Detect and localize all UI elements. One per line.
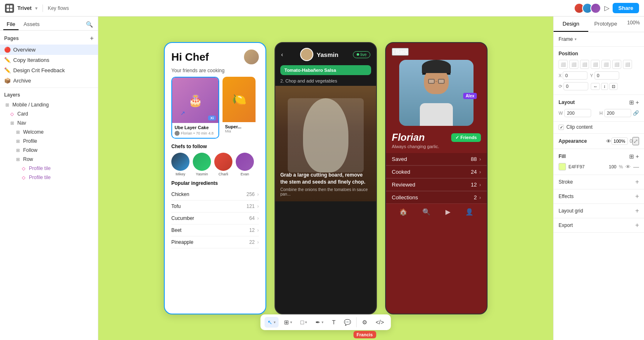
user-nav-icon[interactable]: 👤: [465, 208, 474, 216]
flip-h-button[interactable]: ↔: [591, 83, 600, 90]
chef-2[interactable]: Yasmin: [193, 153, 211, 176]
code-tool-button[interactable]: </>: [373, 317, 387, 328]
align-middle-v-button[interactable]: ⬜: [601, 60, 611, 69]
ingredient-pineapple[interactable]: Pineapple 22 ›: [171, 236, 259, 248]
y-input[interactable]: [594, 71, 619, 80]
chevron-down-icon[interactable]: ▾: [35, 5, 38, 11]
stroke-add-button[interactable]: +: [635, 178, 639, 186]
canvas[interactable]: Hi Chef Your friends are cooking 🎂 Xi ↗: [98, 17, 553, 340]
fill-hex[interactable]: E4FF97: [568, 164, 606, 169]
opacity-field[interactable]: [611, 137, 628, 145]
ingredient-chicken[interactable]: Chicken 256 ›: [171, 189, 259, 201]
stat-collections[interactable]: Collections 2 ›: [386, 191, 487, 203]
chef-avatar-1: [171, 153, 189, 171]
rotation-input[interactable]: [564, 82, 588, 90]
zoom-level[interactable]: 100%: [623, 17, 644, 32]
distribute-h-button[interactable]: ⬜: [623, 60, 632, 69]
tab-prototype[interactable]: Prototype: [588, 17, 623, 32]
fill-swatch[interactable]: [559, 163, 566, 170]
stat-reviewed[interactable]: Reviewed 12 ›: [386, 178, 487, 191]
layout-grid-button[interactable]: ⊞: [629, 99, 634, 106]
align-center-h-button[interactable]: ⬜: [569, 60, 578, 69]
layer-profile-tile-1[interactable]: ◇ Profile tile: [0, 164, 98, 173]
search-nav-icon[interactable]: 🔍: [422, 208, 431, 216]
tab-design[interactable]: Design: [554, 17, 588, 32]
back-button[interactable]: ‹ Back: [392, 48, 409, 56]
fill-add-button[interactable]: +: [636, 153, 639, 160]
text-tool-button[interactable]: T: [329, 317, 339, 328]
fill-opacity[interactable]: 100: [609, 164, 616, 169]
plugin-tool-button[interactable]: ⚙ Francis: [359, 317, 370, 328]
home-nav-icon[interactable]: 🏠: [399, 208, 407, 216]
frame-dropdown[interactable]: Frame ▾: [559, 36, 639, 42]
layer-follow[interactable]: ⊞ Follow: [0, 146, 98, 155]
layer-profile-tile-2[interactable]: ◇ Profile tile: [0, 173, 98, 182]
stat-arrow-cooked: ›: [479, 169, 481, 175]
layer-profile[interactable]: ⊞ Profile: [0, 137, 98, 146]
ingredient-beet[interactable]: Beet 12 ›: [171, 224, 259, 236]
appearance-label: Appearance: [559, 138, 587, 144]
fill-grid-button[interactable]: ⊞: [629, 153, 634, 160]
tab-file[interactable]: File: [3, 19, 19, 30]
pen-tool-button[interactable]: ✒ ▾: [313, 317, 327, 328]
tab-assets[interactable]: Assets: [20, 19, 43, 30]
page-overview[interactable]: 🔴 Overview: [0, 45, 98, 55]
frame-tool-button[interactable]: ⊞ ▾: [281, 317, 295, 328]
export-add-button[interactable]: +: [635, 222, 639, 229]
x-input[interactable]: [563, 71, 587, 80]
layer-welcome[interactable]: ⊞ Welcome: [0, 128, 98, 137]
chef-3[interactable]: Charli: [214, 153, 232, 176]
chef-4[interactable]: Evan: [236, 153, 254, 176]
play-button[interactable]: ▷: [604, 4, 609, 12]
back-arrow-icon[interactable]: ‹: [281, 51, 283, 58]
friends-button[interactable]: ✓ Friends: [451, 133, 481, 142]
flip-v-button[interactable]: ↕: [601, 83, 608, 90]
fill-remove-button[interactable]: —: [633, 163, 639, 170]
layer-nav[interactable]: ⊞ Nav: [0, 118, 98, 128]
align-left-button[interactable]: ⬜: [559, 60, 568, 69]
ingredient-cucumber[interactable]: Cucumber 64 ›: [171, 212, 259, 224]
search-icon[interactable]: 🔍: [84, 19, 95, 30]
width-input[interactable]: [564, 109, 591, 117]
layer-card[interactable]: ◇ Card: [0, 109, 98, 118]
cake-emoji: 🎂: [188, 94, 203, 107]
stat-cooked[interactable]: Cooked 24 ›: [386, 165, 487, 178]
chef-1[interactable]: Mikey: [171, 153, 189, 176]
height-input[interactable]: [604, 109, 631, 117]
visibility-icon[interactable]: 👁: [606, 138, 611, 144]
clip-content-checkbox[interactable]: ✓: [559, 125, 564, 130]
stat-saved[interactable]: Saved 88 ›: [386, 153, 487, 165]
author-avatar-1: [175, 131, 180, 136]
food-card-2[interactable]: 🍋 Super... Mia: [223, 77, 256, 139]
lock-ratio-button[interactable]: 🔗: [633, 110, 639, 116]
layout-grid-add-button[interactable]: +: [635, 207, 639, 215]
page-copy-iterations[interactable]: ✏️ Copy Iterations: [0, 55, 98, 65]
fill-visibility-icon[interactable]: 👁: [625, 164, 631, 170]
page-archive[interactable]: 📦 Archive: [0, 76, 98, 86]
effects-add-button[interactable]: +: [635, 193, 639, 200]
food-name-1: Ube Layer Cake: [175, 125, 216, 130]
page-design-crit[interactable]: ✏️ Design Crit Feedback: [0, 65, 98, 76]
page-label-archive: Archive: [13, 78, 31, 84]
ingredient-count-cucumber: 64: [249, 215, 255, 221]
hat-top: [422, 60, 451, 73]
layer-row[interactable]: ⊞ Row: [0, 155, 98, 164]
share-button[interactable]: Share: [613, 3, 639, 13]
layers-header: Layers: [0, 90, 98, 100]
play-nav-icon[interactable]: ▶: [445, 208, 450, 216]
clip-button[interactable]: ⊡: [609, 83, 618, 90]
expand-button[interactable]: ⤢: [632, 137, 639, 145]
align-top-button[interactable]: ⬜: [591, 60, 600, 69]
shape-tool-button[interactable]: □ ▾: [298, 317, 310, 328]
layer-label-nav: Nav: [17, 120, 26, 126]
video-caption: Grab a large cutting board, remove the s…: [280, 172, 371, 186]
layer-mobile-landing[interactable]: ⊞ Mobile / Landing: [0, 100, 98, 109]
ingredient-tofu[interactable]: Tofu 121 ›: [171, 201, 259, 212]
align-bottom-button[interactable]: ⬜: [612, 60, 621, 69]
select-tool-button[interactable]: ↖ ▾: [265, 317, 279, 328]
add-page-button[interactable]: +: [90, 35, 94, 42]
align-right-button[interactable]: ⬜: [580, 60, 589, 69]
comment-tool-button[interactable]: 💬: [341, 317, 354, 328]
layout-add-button[interactable]: +: [636, 99, 639, 106]
food-card-1[interactable]: 🎂 Xi ↗ Ube Layer Cake Florian •: [171, 77, 219, 139]
